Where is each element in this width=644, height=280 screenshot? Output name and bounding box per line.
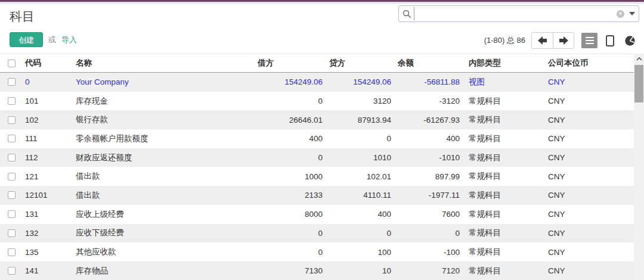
search-input[interactable] <box>414 7 617 20</box>
cell-credit: 1010 <box>328 153 397 162</box>
cell-credit: 0 <box>328 229 397 238</box>
cell-code: 12101 <box>24 191 75 200</box>
row-checkbox[interactable] <box>8 154 16 161</box>
header-internal-type[interactable]: 内部类型 <box>465 58 543 69</box>
header-debit[interactable]: 借方 <box>256 58 328 69</box>
search-filter-caret-icon[interactable] <box>629 12 635 15</box>
view-switcher <box>581 33 638 48</box>
cell-currency: CNY <box>543 191 634 200</box>
header-credit[interactable]: 贷方 <box>328 58 397 69</box>
cell-internal-type: 常规科目 <box>465 96 543 107</box>
checkbox-cell <box>0 154 24 161</box>
right-controls: (1-80) 总 86 <box>484 32 638 49</box>
checkbox-cell <box>0 116 24 124</box>
cell-currency: CNY <box>543 97 634 105</box>
checkbox-cell <box>0 267 24 275</box>
row-checkbox[interactable] <box>8 97 16 105</box>
kanban-view-button[interactable] <box>602 33 618 48</box>
cell-balance: -100 <box>397 248 465 257</box>
cell-debit: 400 <box>256 134 328 143</box>
clear-search-icon[interactable]: ✕ <box>617 10 624 18</box>
import-link[interactable]: 导入 <box>61 35 77 45</box>
scrollbar-up-button[interactable] <box>634 54 644 64</box>
scrollbar-thumb[interactable] <box>634 65 643 102</box>
table-row[interactable]: 101 库存现金 0 3120 -3120 常规科目 CNY <box>0 92 634 111</box>
or-label: 或 <box>48 35 56 45</box>
cell-credit: 3120 <box>328 97 397 105</box>
table-row[interactable]: 112 财政应返还额度 0 1010 -1010 常规科目 CNY <box>0 148 634 167</box>
cell-balance: 7120 <box>397 266 465 275</box>
cell-credit: 0 <box>328 134 397 143</box>
cell-debit: 7130 <box>256 266 328 275</box>
chevron-up-icon <box>636 57 642 61</box>
pager-previous-button[interactable] <box>532 33 553 48</box>
cell-code: 131 <box>24 210 75 219</box>
table-row[interactable]: 141 库存物品 7130 10 7120 常规科目 CNY <box>0 262 634 280</box>
arrow-left-icon <box>537 36 548 45</box>
cell-internal-type: 常规科目 <box>465 209 543 220</box>
cell-balance: 400 <box>397 134 465 143</box>
cell-internal-type: 常规科目 <box>465 266 543 276</box>
checkbox-cell <box>0 97 24 105</box>
vertical-scrollbar[interactable] <box>634 54 644 280</box>
table-row[interactable]: 132 应收下级经费 0 0 0 常规科目 CNY <box>0 224 634 243</box>
table-row[interactable]: 102 银行存款 26646.01 87913.94 -61267.93 常规科… <box>0 110 634 129</box>
cell-balance: 7600 <box>397 210 465 219</box>
row-checkbox[interactable] <box>8 116 16 124</box>
cell-code: 135 <box>24 248 75 257</box>
row-checkbox[interactable] <box>8 248 16 256</box>
left-controls: 创建 或 导入 <box>10 32 77 47</box>
cell-debit: 8000 <box>256 210 328 219</box>
header-balance[interactable]: 余额 <box>397 58 465 69</box>
cell-credit: 87913.94 <box>328 116 397 125</box>
cell-currency: CNY <box>543 248 634 257</box>
graph-view-button[interactable] <box>622 33 638 48</box>
cell-name: 银行存款 <box>75 114 256 125</box>
cell-code: 102 <box>24 116 75 125</box>
table-row[interactable]: 0 Your Company 154249.06 154249.06 -5681… <box>0 73 634 92</box>
cell-internal-type: 常规科目 <box>465 247 543 257</box>
checkbox-cell <box>0 78 24 86</box>
cell-internal-type: 常规科目 <box>465 114 543 125</box>
arrow-right-icon <box>558 36 569 45</box>
cell-balance: -56811.88 <box>397 77 465 86</box>
search-box[interactable]: ✕ <box>398 5 639 22</box>
row-checkbox[interactable] <box>8 229 16 237</box>
create-button[interactable]: 创建 <box>10 32 43 47</box>
list-view-button[interactable] <box>581 33 597 48</box>
row-checkbox[interactable] <box>8 191 16 199</box>
view-header: 科目 ✕ <box>0 5 644 29</box>
select-all-checkbox-cell <box>0 60 24 67</box>
row-checkbox[interactable] <box>8 267 16 275</box>
table-row[interactable]: 111 零余额帐户用款额度 400 0 400 常规科目 CNY <box>0 129 634 148</box>
pager-next-button[interactable] <box>553 33 574 48</box>
cell-currency: CNY <box>543 134 634 143</box>
table-row[interactable]: 12101 借出款 2133 4110.11 -1977.11 常规科目 CNY <box>0 186 634 205</box>
table-row[interactable]: 131 应收上级经费 8000 400 7600 常规科目 CNY <box>0 205 634 224</box>
cell-code: 132 <box>24 229 75 238</box>
checkbox-cell <box>0 248 24 256</box>
row-checkbox[interactable] <box>8 135 16 142</box>
row-checkbox[interactable] <box>8 78 16 86</box>
checkbox-cell <box>0 210 24 218</box>
row-checkbox[interactable] <box>8 210 16 218</box>
header-company-currency[interactable]: 公司本位币 <box>543 58 634 69</box>
cell-name: 其他应收款 <box>75 247 256 257</box>
row-checkbox[interactable] <box>8 173 16 181</box>
header-name[interactable]: 名称 <box>75 58 256 69</box>
cell-internal-type: 常规科目 <box>465 190 543 201</box>
cell-credit: 100 <box>328 248 397 257</box>
table-row[interactable]: 121 借出款 1000 102.01 897.99 常规科目 CNY <box>0 167 634 186</box>
page-title: 科目 <box>10 8 35 25</box>
cell-debit: 2133 <box>256 191 328 200</box>
cell-name: Your Company <box>75 77 256 86</box>
cell-name: 借出款 <box>75 190 256 201</box>
select-all-checkbox[interactable] <box>8 60 16 67</box>
accounts-table: 代码 名称 借方 贷方 余额 内部类型 公司本位币 0 Your Company… <box>0 54 634 280</box>
header-code[interactable]: 代码 <box>24 58 75 69</box>
cell-credit: 102.01 <box>328 172 397 181</box>
cell-internal-type: 视图 <box>465 77 543 88</box>
cell-name: 库存现金 <box>75 96 256 107</box>
table-row[interactable]: 135 其他应收款 0 100 -100 常规科目 CNY <box>0 242 634 262</box>
cell-internal-type: 常规科目 <box>465 133 543 144</box>
